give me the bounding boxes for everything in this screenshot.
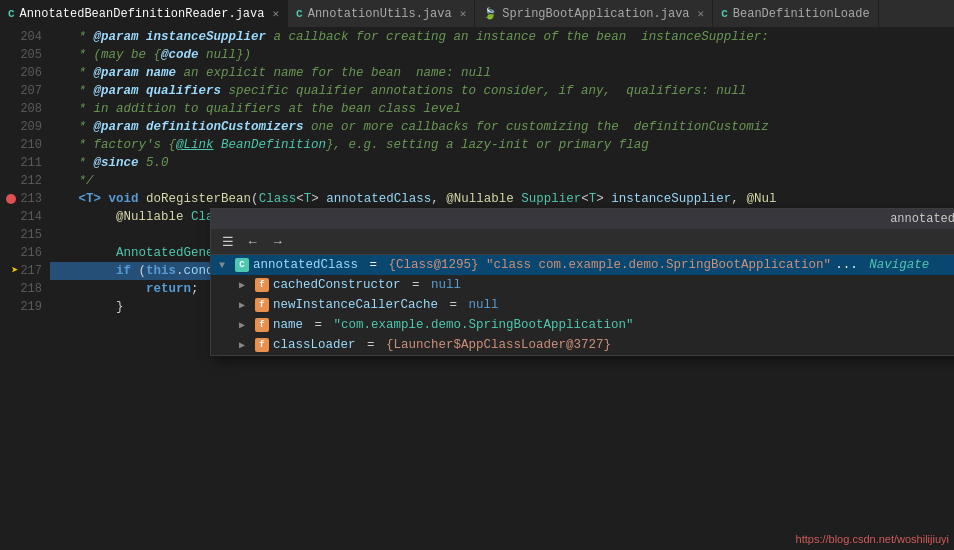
tab-annotated-bean-definition-reader[interactable]: C AnnotatedBeanDefinitionReader.java ✕: [0, 0, 288, 27]
tab-label3: SpringBootApplication.java: [502, 7, 689, 21]
code-line-209: * @param definitionCustomizers one or mo…: [50, 118, 954, 136]
gutter-205: 205: [0, 46, 42, 64]
debug-forward-button[interactable]: →: [268, 233, 287, 250]
equals-5: =: [360, 338, 383, 352]
code-line-213: <T> void doRegisterBean(Class<T> annotat…: [50, 190, 954, 208]
tab-icon-c2: C: [296, 8, 303, 20]
gutter-215: 215: [0, 226, 42, 244]
line-number-gutter: 204 205 206 207 208 209 210 211 212 213 …: [0, 28, 50, 550]
gutter-218: 218: [0, 280, 42, 298]
tab-close-icon2[interactable]: ✕: [460, 7, 467, 20]
ellipsis: ...: [835, 258, 858, 272]
tab-icon-c: C: [8, 8, 15, 20]
tab-spring-boot-application[interactable]: 🍃 SpringBootApplication.java ✕: [475, 0, 713, 27]
code-line-212: */: [50, 172, 954, 190]
gutter-204: 204: [0, 28, 42, 46]
debug-popup: annotatedClass ☰ ← → ▼ C annotatedClass …: [210, 208, 954, 356]
navigate-link[interactable]: Navigate: [862, 258, 930, 272]
gutter-211: 211: [0, 154, 42, 172]
code-line-206: * @param name an explicit name for the b…: [50, 64, 954, 82]
code-area: 204 205 206 207 208 209 210 211 212 213 …: [0, 28, 954, 550]
gutter-219: 219: [0, 298, 42, 316]
gutter-208: 208: [0, 100, 42, 118]
debug-popup-header: annotatedClass: [211, 209, 954, 229]
tab-icon-c3: C: [721, 8, 728, 20]
debug-item-classLoader[interactable]: ▶ f classLoader = {Launcher$AppClassLoad…: [231, 335, 954, 355]
var-value-cachedConstructor: null: [431, 278, 461, 292]
debug-item-newInstanceCallerCache[interactable]: ▶ f newInstanceCallerCache = null: [231, 295, 954, 315]
gutter-214: 214: [0, 208, 42, 226]
debug-arrow-icon: ➤: [11, 262, 18, 280]
tab-bar: C AnnotatedBeanDefinitionReader.java ✕ C…: [0, 0, 954, 28]
gutter-216: 216: [0, 244, 42, 262]
var-name-annotatedClass: annotatedClass: [253, 258, 358, 272]
code-line-207: * @param qualifiers specific qualifier a…: [50, 82, 954, 100]
tab-label: AnnotatedBeanDefinitionReader.java: [20, 7, 265, 21]
code-line-211: * @since 5.0: [50, 154, 954, 172]
equals-sign: =: [362, 258, 385, 272]
gutter-209: 209: [0, 118, 42, 136]
gutter-210: 210: [0, 136, 42, 154]
field-type-icon-newInstance: f: [255, 298, 269, 312]
var-value-annotatedClass: {Class@1295} "class com.example.demo.Spr…: [389, 258, 832, 272]
expand-icon-annotatedClass: ▼: [219, 260, 231, 271]
var-name-cachedConstructor: cachedConstructor: [273, 278, 401, 292]
var-name-classLoader: classLoader: [273, 338, 356, 352]
debug-list-button[interactable]: ☰: [219, 233, 237, 250]
gutter-206: 206: [0, 64, 42, 82]
field-type-icon-name: f: [255, 318, 269, 332]
gutter-207: 207: [0, 82, 42, 100]
var-name-newInstanceCallerCache: newInstanceCallerCache: [273, 298, 438, 312]
tab-annotation-utils[interactable]: C AnnotationUtils.java ✕: [288, 0, 475, 27]
expand-icon-newInstance: ▶: [239, 299, 251, 311]
var-value-classLoader: {Launcher$AppClassLoader@3727}: [386, 338, 611, 352]
tab-label4: BeanDefinitionLoade: [733, 7, 870, 21]
gutter-213: 213: [0, 190, 42, 208]
expand-icon-cachedConstructor: ▶: [239, 279, 251, 291]
field-type-icon-cached: f: [255, 278, 269, 292]
class-type-icon: C: [235, 258, 249, 272]
gutter-217: ➤ 217: [0, 262, 42, 280]
debug-toolbar: ☰ ← →: [211, 229, 954, 255]
tab-close-icon[interactable]: ✕: [272, 7, 279, 20]
debug-item-name[interactable]: ▶ f name = "com.example.demo.SpringBootA…: [231, 315, 954, 335]
code-line-204: * @param instanceSupplier a callback for…: [50, 28, 954, 46]
debug-back-button[interactable]: ←: [243, 233, 262, 250]
debug-item-cachedConstructor[interactable]: ▶ f cachedConstructor = null: [231, 275, 954, 295]
debug-popup-title: annotatedClass: [890, 212, 954, 226]
var-value-name: "com.example.demo.SpringBootApplication": [334, 318, 634, 332]
code-line-210: * factory's {@Link BeanDefinition}, e.g.…: [50, 136, 954, 154]
var-value-newInstanceCallerCache: null: [469, 298, 499, 312]
expand-icon-classLoader: ▶: [239, 339, 251, 351]
tab-label2: AnnotationUtils.java: [308, 7, 452, 21]
equals-4: =: [307, 318, 330, 332]
expand-icon-name: ▶: [239, 319, 251, 331]
code-line-208: * in addition to qualifiers at the bean …: [50, 100, 954, 118]
equals-2: =: [405, 278, 428, 292]
field-type-icon-classLoader: f: [255, 338, 269, 352]
gutter-212: 212: [0, 172, 42, 190]
equals-3: =: [442, 298, 465, 312]
tab-bean-definition-loader[interactable]: C BeanDefinitionLoade: [713, 0, 878, 27]
code-content[interactable]: * @param instanceSupplier a callback for…: [50, 28, 954, 550]
debug-item-annotatedClass[interactable]: ▼ C annotatedClass = {Class@1295} "class…: [211, 255, 954, 275]
var-name-name: name: [273, 318, 303, 332]
breakpoint-icon[interactable]: [6, 194, 16, 204]
tab-icon-spring: 🍃: [483, 7, 497, 20]
watermark-text: https://blog.csdn.net/woshilijiuyi: [796, 533, 949, 545]
tab-close-icon3[interactable]: ✕: [698, 7, 705, 20]
code-line-205: * (may be {@code null}): [50, 46, 954, 64]
